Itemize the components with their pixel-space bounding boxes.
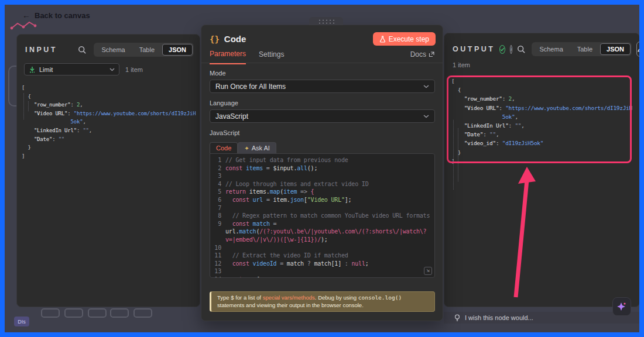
execute-step-button[interactable]: Execute step	[373, 32, 436, 46]
code-line: 10	[210, 244, 434, 252]
special-vars-link[interactable]: special vars/methods	[263, 294, 315, 301]
output-items-count: 1 item	[444, 57, 639, 68]
json-line: {	[22, 92, 200, 101]
panel-drag-handle[interactable]	[309, 17, 343, 25]
input-items-count: 1 item	[125, 66, 143, 73]
code-line: 4// Loop through items and extract video…	[210, 180, 434, 188]
language-select[interactable]: JavaScript	[210, 109, 435, 123]
tab-table[interactable]: Table	[133, 44, 161, 56]
code-line: 13	[210, 267, 434, 276]
code-node-tabs: Parameters Settings Docs	[201, 46, 443, 63]
tab-ask-ai[interactable]: ✦ Ask AI	[238, 142, 276, 153]
hint-text: . Debug by using	[315, 294, 358, 301]
code-line: 9 const match =	[210, 220, 434, 228]
input-header: INPUT SchemaTableJSON	[17, 35, 200, 57]
input-limit-row: Limit 1 item	[17, 57, 200, 75]
canvas-toolbar-button[interactable]	[41, 308, 60, 318]
code-node-title: Code	[224, 34, 246, 44]
json-line: }	[451, 148, 639, 157]
json-indent-guide	[23, 93, 24, 119]
output-json-view: [ { "row_number": 2, "Video URL": "https…	[451, 77, 639, 166]
canvas-toolbar-button[interactable]	[64, 308, 83, 318]
pencil-icon	[637, 46, 640, 53]
output-header: OUTPUT i SchemaTableJSON	[444, 33, 639, 57]
search-icon	[78, 46, 87, 54]
hint-text: statements and viewing their output in t…	[217, 302, 364, 308]
code-line: 1// Get input data from previous node	[210, 156, 434, 164]
editor-language-label: JavaScript	[201, 123, 443, 139]
chevron-down-icon	[109, 68, 115, 71]
code-line: 14 return {	[210, 276, 434, 278]
json-line: "Date": ""	[22, 135, 200, 144]
tab-schema[interactable]: Schema	[95, 44, 131, 56]
input-view-tabs: SchemaTableJSON	[94, 43, 194, 57]
code-line: 7	[210, 204, 434, 212]
json-indent-guide	[28, 101, 29, 111]
code-node-header: {} Code Execute step	[201, 25, 443, 46]
json-line: "video_id": "dI19zJiH5ok"	[451, 139, 639, 147]
tab-json[interactable]: JSON	[600, 43, 631, 55]
app-window: ← Back to canvas DIs INPUT SchemaTableJS…	[0, 0, 644, 337]
mode-select[interactable]: Run Once for All Items	[210, 80, 435, 93]
mode-label: Mode	[201, 63, 443, 80]
json-line: "Date": "",	[451, 130, 639, 139]
execute-step-label: Execute step	[389, 35, 429, 43]
output-panel: OUTPUT i SchemaTableJSON 1 item [ { "row…	[444, 33, 640, 307]
json-line: ]	[451, 157, 639, 166]
canvas-toolbar-button[interactable]	[88, 308, 107, 318]
code-editor[interactable]: 1// Get input data from previous node2co…	[210, 153, 435, 278]
language-value: JavaScript	[215, 112, 423, 121]
mode-value: Run Once for All Items	[215, 82, 423, 91]
output-search-button[interactable]	[517, 45, 526, 54]
code-line: 8 // Regex pattern to match common YouTu…	[210, 212, 434, 220]
input-title: INPUT	[25, 46, 57, 54]
back-to-canvas[interactable]: ← Back to canvas	[22, 11, 90, 20]
input-panel: INPUT SchemaTableJSON Limit 1 item [ { "…	[16, 34, 200, 307]
code-line: 6 const url = item.json["Video URL"];	[210, 196, 434, 204]
canvas-node-badge: DIs	[14, 317, 29, 326]
info-icon[interactable]: i	[510, 45, 512, 54]
code-line: 12 const videoId = match ? match[1] : nu…	[210, 260, 434, 268]
ask-ai-label: Ask AI	[252, 145, 270, 152]
tab-code-editor[interactable]: Code	[210, 142, 238, 153]
back-to-canvas-label: Back to canvas	[35, 11, 90, 20]
language-label: Language	[201, 93, 443, 109]
json-line: "LinkedIn Url": "",	[22, 126, 200, 135]
json-line: 5ok",	[451, 112, 639, 121]
json-line: {	[451, 85, 639, 94]
expand-editor-icon[interactable]: ⇲	[424, 267, 432, 275]
canvas-toolbar-button[interactable]	[110, 308, 129, 318]
input-json-view: [ { "row_number": 2, "Video URL": "https…	[22, 84, 200, 160]
tab-parameters[interactable]: Parameters	[210, 50, 246, 64]
ai-assistant-button[interactable]	[612, 297, 631, 316]
ai-sparkle-icon	[616, 301, 627, 312]
editor-hint: Type $ for a list of special vars/method…	[210, 291, 435, 312]
editor-tabs: Code ✦ Ask AI	[210, 142, 443, 153]
input-search-button[interactable]	[78, 46, 87, 54]
json-line: "Video URL": "https://www.youtube.com/sh…	[451, 104, 639, 112]
edit-output-button[interactable]	[636, 42, 640, 57]
json-line: "Video URL": "https://www.youtube.com/sh…	[22, 109, 200, 118]
back-arrow-icon: ←	[22, 11, 30, 20]
docs-label: Docs	[410, 50, 426, 59]
search-icon	[517, 45, 526, 54]
canvas-toolbar-button[interactable]	[133, 308, 152, 318]
tab-json[interactable]: JSON	[162, 44, 193, 56]
sparkle-icon: ✦	[244, 145, 249, 152]
json-line: "LinkedIn Url": "",	[451, 121, 639, 130]
json-line: [	[451, 77, 639, 85]
limit-icon	[29, 66, 36, 73]
wish-input[interactable]: I wish this node would...	[444, 312, 639, 324]
code-node-panel: {} Code Execute step Parameters Settings…	[201, 25, 443, 321]
code-line: 5return items.map(item => {	[210, 188, 434, 196]
tab-table[interactable]: Table	[571, 43, 599, 55]
chevron-down-icon	[423, 115, 429, 118]
json-line: ]	[22, 152, 200, 161]
input-limit-select[interactable]: Limit	[24, 63, 119, 75]
docs-link[interactable]: Docs	[410, 50, 434, 64]
tab-schema[interactable]: Schema	[533, 43, 569, 55]
json-indent-guide	[458, 128, 458, 181]
code-line: 2const items = $input.all();	[210, 164, 434, 173]
hint-text: Type $ for a list of	[217, 294, 263, 301]
tab-settings[interactable]: Settings	[259, 50, 284, 64]
